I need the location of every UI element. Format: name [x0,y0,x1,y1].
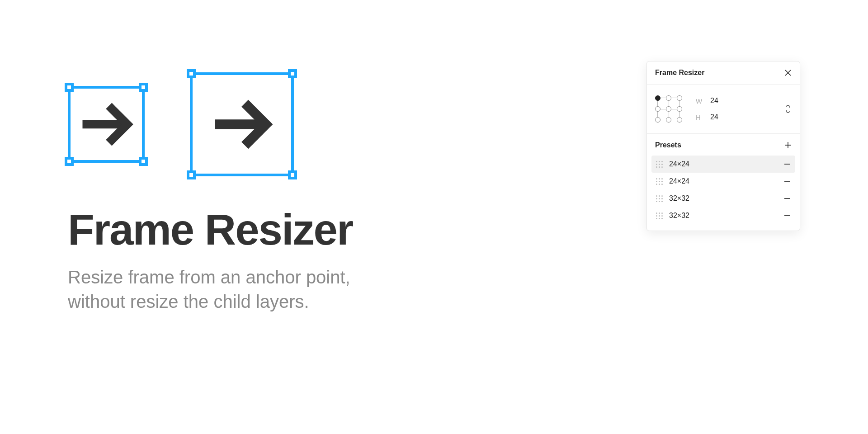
resize-handle-top-left [187,69,196,78]
hero: Frame Resizer Resize frame from an ancho… [68,72,439,314]
close-icon [784,69,792,76]
drag-handle-icon[interactable] [656,195,663,202]
preset-label: 32×32 [669,194,689,203]
anchor-point-middle-center[interactable] [666,106,671,112]
height-value: 24 [710,113,718,121]
preset-label: 24×24 [669,160,689,168]
remove-preset-button[interactable] [783,178,791,185]
preset-item[interactable]: 32×32 [651,207,795,224]
height-label: H [696,113,704,121]
drag-handle-icon[interactable] [656,178,663,185]
anchor-point-top-center[interactable] [666,95,671,101]
selected-frame-large [190,72,294,176]
drag-handle-icon[interactable] [656,212,663,219]
resize-handle-top-right [288,69,297,78]
drag-handle-icon[interactable] [656,161,663,168]
frame-illustration [68,72,439,176]
panel-title: Frame Resizer [655,69,704,77]
unlink-icon [784,104,792,114]
anchor-point-bottom-right[interactable] [677,117,682,123]
anchor-grid[interactable] [655,95,682,123]
width-field[interactable]: W 24 [696,97,775,105]
add-preset-button[interactable] [784,142,792,149]
remove-preset-button[interactable] [783,212,791,219]
panel-header: Frame Resizer [647,61,800,85]
minus-icon [783,195,791,202]
presets-header: Presets [647,134,800,154]
plus-icon [784,142,792,149]
anchor-point-top-right[interactable] [677,95,682,101]
resize-handle-top-right [139,83,148,92]
preset-item[interactable]: 24×24 [651,173,795,190]
minus-icon [783,212,791,219]
resize-handle-bottom-left [65,157,74,166]
arrow-right-icon [75,93,138,156]
resize-handle-bottom-right [288,170,297,179]
remove-preset-button[interactable] [783,195,791,202]
remove-preset-button[interactable] [783,160,791,168]
selected-frame-small [68,86,145,163]
resize-handle-bottom-right [139,157,148,166]
anchor-point-middle-left[interactable] [655,106,660,112]
resize-handle-top-left [65,83,74,92]
anchor-point-middle-right[interactable] [677,106,682,112]
preset-label: 24×24 [669,177,689,185]
preset-item[interactable]: 24×24 [651,156,795,173]
minus-icon [783,178,791,185]
hero-subtitle: Resize frame from an anchor point, witho… [68,265,411,314]
plugin-panel: Frame Resizer [646,61,800,231]
anchor-point-bottom-left[interactable] [655,117,660,123]
minus-icon [783,160,791,168]
arrow-right-icon [206,88,278,160]
panel-controls: W 24 H 24 [647,85,800,134]
preset-label: 32×32 [669,212,689,220]
preset-item[interactable]: 32×32 [651,190,795,207]
height-field[interactable]: H 24 [696,113,775,121]
resize-handle-bottom-left [187,170,196,179]
anchor-point-top-left[interactable] [655,95,660,101]
preset-list: 24×24 24×24 32×32 [647,154,800,231]
close-button[interactable] [784,69,792,76]
dimension-fields: W 24 H 24 [696,97,775,121]
presets-title: Presets [655,141,681,149]
width-value: 24 [710,97,718,105]
hero-title: Frame Resizer [68,208,439,251]
anchor-point-bottom-center[interactable] [666,117,671,123]
width-label: W [696,97,704,105]
link-aspect-toggle[interactable] [784,104,792,114]
